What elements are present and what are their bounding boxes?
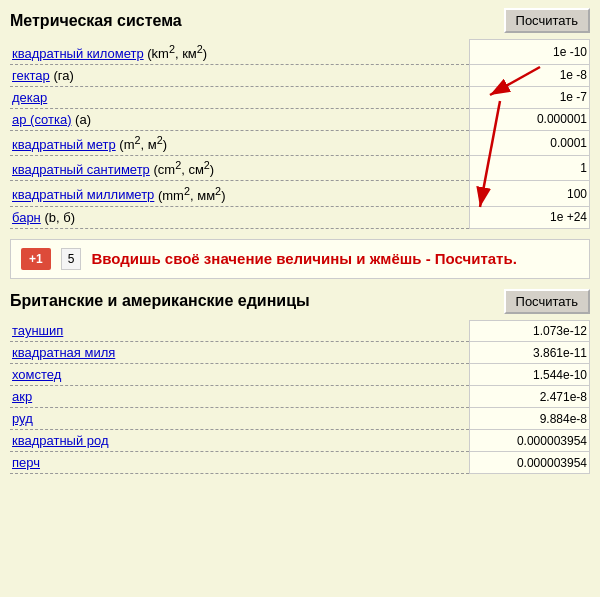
table-row: перч0.000003954 (10, 452, 590, 474)
promo-count: 5 (61, 248, 82, 270)
unit-value-cell: 3.861e-11 (470, 342, 590, 364)
table-row: квадратный сантиметр (cm2, см2)1 (10, 156, 590, 181)
unit-link[interactable]: декар (12, 90, 47, 105)
table-row: гектар (га)1е -8 (10, 64, 590, 86)
unit-link[interactable]: руд (12, 411, 33, 426)
main-page: Метрическая система Посчитать квадратный… (0, 0, 600, 482)
unit-value-cell: 1.073e-12 (470, 320, 590, 342)
metric-units-table: квадратный километр (km2, км2)1е -10гект… (10, 39, 590, 229)
unit-value-cell: 0.000003954 (470, 452, 590, 474)
promo-text: Вводишь своё значение величины и жмёшь -… (91, 250, 516, 267)
table-row: акр2.471e-8 (10, 386, 590, 408)
table-row: руд9.884e-8 (10, 408, 590, 430)
british-section: Британские и американские единицы Посчит… (10, 289, 590, 475)
unit-suffix: (mm2, мм2) (154, 188, 225, 203)
unit-suffix: (cm2, см2) (150, 162, 214, 177)
unit-name-cell: ар (сотка) (а) (10, 108, 470, 130)
unit-link[interactable]: квадратный километр (12, 46, 144, 61)
metric-calc-button[interactable]: Посчитать (504, 8, 590, 33)
plus-icon: +1 (29, 252, 43, 266)
unit-name-cell: перч (10, 452, 470, 474)
unit-name-cell: барн (b, б) (10, 206, 470, 228)
british-calc-button[interactable]: Посчитать (504, 289, 590, 314)
unit-name-cell: квадратный миллиметр (mm2, мм2) (10, 181, 470, 206)
unit-value-cell: 100 (470, 181, 590, 206)
unit-value-cell: 1е +24 (470, 206, 590, 228)
unit-value-cell: 1е -10 (470, 40, 590, 65)
british-units-table: тауншип1.073e-12квадратная миля3.861e-11… (10, 320, 590, 475)
unit-name-cell: тауншип (10, 320, 470, 342)
unit-link[interactable]: барн (12, 210, 41, 225)
unit-name-cell: хомстед (10, 364, 470, 386)
unit-link[interactable]: тауншип (12, 323, 63, 338)
british-title: Британские и американские единицы (10, 292, 310, 310)
unit-name-cell: квадратный метр (m2, м2) (10, 130, 470, 155)
unit-link[interactable]: квадратный род (12, 433, 109, 448)
table-row: хомстед1.544e-10 (10, 364, 590, 386)
table-row: квадратный метр (m2, м2)0.0001 (10, 130, 590, 155)
metric-table-container: квадратный километр (km2, км2)1е -10гект… (10, 39, 590, 229)
unit-link[interactable]: акр (12, 389, 32, 404)
unit-name-cell: квадратный километр (km2, км2) (10, 40, 470, 65)
unit-value-cell: 9.884e-8 (470, 408, 590, 430)
google-plus-button[interactable]: +1 (21, 248, 51, 270)
unit-value-cell: 0.0001 (470, 130, 590, 155)
unit-link[interactable]: квадратный миллиметр (12, 188, 154, 203)
metric-section-header: Метрическая система Посчитать (10, 8, 590, 33)
unit-link[interactable]: перч (12, 455, 40, 470)
unit-suffix: (km2, км2) (144, 46, 208, 61)
unit-suffix: (m2, м2) (116, 137, 167, 152)
unit-link[interactable]: квадратный метр (12, 137, 116, 152)
unit-value-cell: 1е -8 (470, 64, 590, 86)
table-row: барн (b, б)1е +24 (10, 206, 590, 228)
unit-link[interactable]: ар (сотка) (12, 112, 71, 127)
unit-value-cell: 0.000001 (470, 108, 590, 130)
unit-value-cell: 1 (470, 156, 590, 181)
unit-name-cell: квадратная миля (10, 342, 470, 364)
table-row: квадратная миля3.861e-11 (10, 342, 590, 364)
unit-name-cell: гектар (га) (10, 64, 470, 86)
table-row: тауншип1.073e-12 (10, 320, 590, 342)
unit-value-cell: 2.471e-8 (470, 386, 590, 408)
unit-name-cell: квадратный род (10, 430, 470, 452)
unit-name-cell: квадратный сантиметр (cm2, см2) (10, 156, 470, 181)
unit-suffix: (а) (71, 112, 91, 127)
unit-value-cell: 0.000003954 (470, 430, 590, 452)
table-row: декар1е -7 (10, 86, 590, 108)
unit-link[interactable]: квадратный сантиметр (12, 162, 150, 177)
unit-name-cell: акр (10, 386, 470, 408)
table-row: квадратный миллиметр (mm2, мм2)100 (10, 181, 590, 206)
unit-link[interactable]: гектар (12, 68, 50, 83)
unit-link[interactable]: квадратная миля (12, 345, 115, 360)
unit-value-cell: 1е -7 (470, 86, 590, 108)
unit-suffix: (b, б) (41, 210, 75, 225)
table-row: квадратный километр (km2, км2)1е -10 (10, 40, 590, 65)
table-row: квадратный род0.000003954 (10, 430, 590, 452)
unit-name-cell: руд (10, 408, 470, 430)
british-section-header: Британские и американские единицы Посчит… (10, 289, 590, 314)
unit-suffix: (га) (50, 68, 74, 83)
table-row: ар (сотка) (а)0.000001 (10, 108, 590, 130)
unit-value-cell: 1.544e-10 (470, 364, 590, 386)
metric-title: Метрическая система (10, 12, 182, 30)
unit-link[interactable]: хомстед (12, 367, 61, 382)
unit-name-cell: декар (10, 86, 470, 108)
promo-box: +1 5 Вводишь своё значение величины и жм… (10, 239, 590, 279)
